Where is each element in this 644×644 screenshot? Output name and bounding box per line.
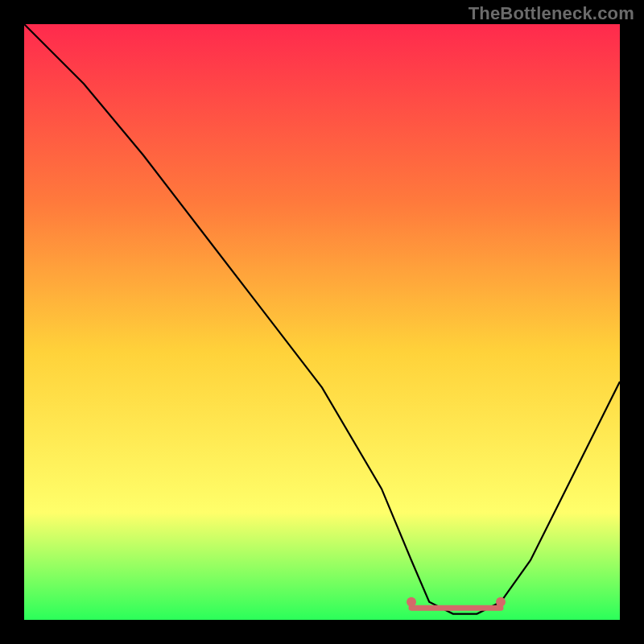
plot-area <box>24 24 620 620</box>
gradient-background <box>24 24 620 620</box>
attribution-label: TheBottleneck.com <box>469 3 634 24</box>
optimal-marker-right <box>496 597 506 607</box>
chart-frame: TheBottleneck.com <box>0 0 644 644</box>
optimal-marker-left <box>407 597 416 607</box>
chart-svg <box>24 24 620 620</box>
